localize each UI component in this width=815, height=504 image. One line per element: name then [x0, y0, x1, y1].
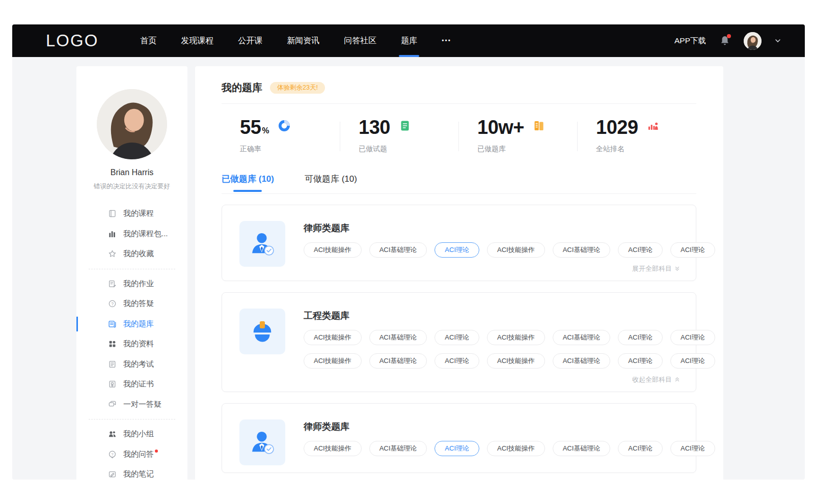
subject-tag[interactable]: ACI基础理论 — [369, 441, 427, 456]
sidebar-item[interactable]: ?我的问答 — [76, 444, 187, 465]
nav-item[interactable]: 首页 — [128, 24, 169, 57]
sidebar-item-label: 我的证书 — [123, 379, 154, 389]
nav-item[interactable]: 题库 — [389, 24, 429, 57]
sidebar-item-label: 我的课程包... — [123, 229, 168, 239]
subject-tag[interactable]: ACI技能操作 — [487, 330, 545, 345]
subject-tag[interactable]: ACI理论 — [434, 242, 479, 258]
user-avatar[interactable] — [744, 32, 762, 50]
subject-tag[interactable]: ACI基础理论 — [369, 353, 427, 369]
bank-card-title[interactable]: 律师类题库 — [304, 421, 680, 433]
sidebar-item[interactable]: 我的证书 — [76, 374, 187, 395]
sidebar-item[interactable]: 我的课程 — [76, 204, 187, 224]
subject-tag[interactable]: ACI理论 — [434, 353, 479, 369]
logo[interactable]: LOGO — [46, 31, 98, 50]
sidebar-item-label: 我的收藏 — [123, 249, 154, 259]
stat-item: 55%正确率 — [222, 118, 340, 154]
nav-item[interactable]: 发现课程 — [169, 24, 226, 57]
subject-tag[interactable]: ACI理论 — [434, 330, 479, 345]
nav-item[interactable]: 问答社区 — [332, 24, 389, 57]
sidebar-item[interactable]: 我的笔记 — [76, 464, 187, 480]
subject-tag[interactable]: ACI基础理论 — [553, 330, 611, 345]
sidebar-item-label: 我的资料 — [123, 339, 154, 349]
profile-name: Brian Harris — [76, 168, 187, 177]
subject-tag[interactable]: ACI技能操作 — [304, 353, 362, 369]
subject-tag[interactable]: ACI基础理论 — [553, 441, 611, 456]
toggle-subjects-link[interactable]: 展开全部科目 — [304, 264, 680, 273]
subject-tag[interactable]: ACI理论 — [618, 330, 663, 345]
bank-card: 律师类题库ACI技能操作ACI基础理论ACI理论ACI技能操作ACI基础理论AC… — [222, 403, 696, 473]
sidebar-item-label: 我的题库 — [123, 319, 154, 329]
subject-tag[interactable]: ACI技能操作 — [304, 330, 362, 345]
top-navigation-bar: LOGO 首页发现课程公开课新闻资讯问答社区题库••• APP下载 — [12, 24, 805, 57]
subject-tag[interactable]: ACI技能操作 — [304, 441, 362, 456]
bank-card-body: 律师类题库ACI技能操作ACI基础理论ACI理论ACI技能操作ACI基础理论AC… — [304, 221, 680, 273]
svg-text:?: ? — [111, 301, 114, 306]
subject-tag[interactable]: ACI理论 — [670, 330, 715, 345]
lawyer-icon — [239, 419, 285, 465]
sidebar-item[interactable]: 我的资料 — [76, 334, 187, 354]
bank-card-body: 工程类题库ACI技能操作ACI基础理论ACI理论ACI技能操作ACI基础理论AC… — [304, 309, 680, 384]
stat-value: 130 — [359, 118, 390, 137]
subject-tag[interactable]: ACI技能操作 — [487, 242, 545, 258]
sidebar-item-label: 我的问答 — [123, 450, 154, 459]
page-title: 我的题库 — [222, 81, 262, 95]
toggle-subjects-label: 展开全部科目 — [632, 264, 672, 273]
nav-item[interactable]: 新闻资讯 — [275, 24, 332, 57]
subject-tag-row: ACI技能操作ACI基础理论ACI理论ACI技能操作ACI基础理论ACI理论AC… — [304, 330, 680, 345]
tab[interactable]: 已做题库 (10) — [222, 173, 274, 193]
subject-tag[interactable]: ACI理论 — [434, 441, 479, 456]
subject-tag[interactable]: ACI理论 — [670, 242, 715, 258]
subject-tag[interactable]: ACI理论 — [618, 353, 663, 369]
app-frame: LOGO 首页发现课程公开课新闻资讯问答社区题库••• APP下载 Brian … — [12, 24, 805, 480]
subject-tag[interactable]: ACI技能操作 — [487, 353, 545, 369]
subject-tag[interactable]: ACI技能操作 — [304, 242, 362, 258]
sidebar-item[interactable]: ?我的答疑 — [76, 294, 187, 314]
sidebar-item[interactable]: 我的收藏 — [76, 244, 187, 264]
bank-card: 工程类题库ACI技能操作ACI基础理论ACI理论ACI技能操作ACI基础理论AC… — [222, 292, 696, 392]
question-circle-icon: ? — [108, 299, 117, 308]
stat-item: 1029全站排名 — [578, 118, 696, 154]
topbar-right: APP下载 — [674, 32, 781, 50]
sidebar-item-label: 我的小组 — [123, 429, 154, 439]
stat-label: 已做题库 — [477, 145, 578, 154]
sidebar-item-label: 我的作业 — [123, 279, 154, 289]
book-icon — [108, 209, 117, 218]
main-nav: 首页发现课程公开课新闻资讯问答社区题库••• — [128, 24, 464, 57]
chevron-down-icon[interactable] — [774, 37, 781, 44]
subject-tag[interactable]: ACI理论 — [670, 441, 715, 456]
nav-item-more[interactable]: ••• — [429, 24, 464, 57]
sidebar-item[interactable]: 我的课程包... — [76, 224, 187, 244]
title-divider — [222, 103, 696, 104]
bank-card-title[interactable]: 工程类题库 — [304, 310, 680, 322]
subject-tag[interactable]: ACI基础理论 — [369, 242, 427, 258]
subject-tag[interactable]: ACI理论 — [618, 242, 663, 258]
sidebar-item[interactable]: 我的作业 — [76, 274, 187, 294]
homework-icon — [108, 279, 117, 288]
subject-tag[interactable]: ACI基础理论 — [553, 353, 611, 369]
sidebar-item-label: 我的答疑 — [123, 299, 154, 309]
subject-tag[interactable]: ACI理论 — [618, 441, 663, 456]
profile-motto: 错误的决定比没有决定要好 — [76, 182, 187, 191]
toggle-subjects-link[interactable]: 收起全部科目 — [304, 375, 680, 384]
tab[interactable]: 可做题库 (10) — [305, 173, 357, 193]
group-icon — [108, 430, 117, 438]
profile-avatar — [97, 89, 167, 159]
app-download-link[interactable]: APP下载 — [674, 36, 706, 46]
sidebar-item[interactable]: 我的题库 — [76, 314, 187, 334]
stat-value-wrap: 130 — [359, 118, 390, 137]
stat-item: 130已做试题 — [340, 118, 459, 154]
books-icon — [533, 120, 545, 132]
sidebar: Brian Harris 错误的决定比没有决定要好 我的课程我的课程包...我的… — [76, 66, 187, 480]
subject-tag[interactable]: ACI理论 — [670, 353, 715, 369]
subject-tag[interactable]: ACI基础理论 — [553, 242, 611, 258]
chat-icon — [108, 400, 117, 409]
sidebar-item[interactable]: 一对一答疑 — [76, 395, 187, 415]
sidebar-item[interactable]: 我的小组 — [76, 424, 187, 444]
nav-item[interactable]: 公开课 — [226, 24, 275, 57]
bank-card-title[interactable]: 律师类题库 — [304, 222, 680, 234]
notification-bell-icon[interactable] — [719, 35, 731, 47]
sidebar-item[interactable]: 我的考试 — [76, 354, 187, 375]
unread-dot — [155, 450, 158, 453]
subject-tag[interactable]: ACI基础理论 — [369, 330, 427, 345]
subject-tag[interactable]: ACI技能操作 — [487, 441, 545, 456]
